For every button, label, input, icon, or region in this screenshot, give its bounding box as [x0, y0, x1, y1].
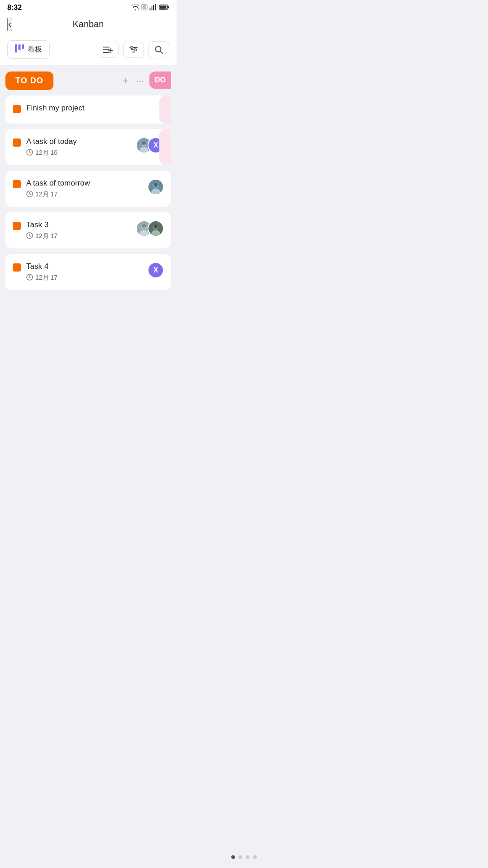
column-actions: + ···	[123, 75, 144, 87]
clock-icon	[26, 191, 33, 199]
task-date: 12月 17	[26, 232, 130, 240]
task-card[interactable]: A task of tomorrow 12月 17	[5, 171, 171, 207]
add-list-button[interactable]	[97, 42, 119, 58]
board-area: TO DO + ··· DO Finish my project	[0, 65, 177, 323]
avatar	[148, 179, 164, 195]
task-card[interactable]: Task 3 12月 17	[5, 212, 171, 248]
svg-point-33	[142, 141, 146, 145]
signal-icon: ×	[149, 4, 158, 12]
task-info: Task 4 12月 17	[26, 262, 142, 282]
svg-line-29	[30, 153, 31, 153]
wifi-icon: ?	[131, 4, 139, 12]
svg-point-54	[154, 224, 158, 229]
back-button[interactable]: ‹	[7, 18, 12, 31]
svg-rect-5	[151, 6, 153, 10]
task-status-dot	[13, 105, 21, 113]
battery-icon	[159, 5, 169, 11]
svg-point-23	[131, 46, 133, 48]
column-header: TO DO + ··· DO	[5, 72, 171, 90]
task-title: Task 3	[26, 220, 130, 229]
svg-rect-7	[155, 4, 156, 10]
task-status-dot	[13, 263, 21, 272]
clock-icon	[26, 274, 33, 282]
svg-text:?: ?	[138, 7, 139, 10]
task-info: A task of today 12月 16	[26, 137, 130, 157]
task-title: Finish my project	[26, 104, 164, 113]
task-status-dot	[13, 222, 21, 230]
task-avatars	[148, 179, 164, 195]
status-icons: ? × ×	[131, 4, 169, 12]
clock-icon	[26, 232, 33, 240]
task-title: A task of tomorrow	[26, 179, 142, 188]
view-label: 看板	[28, 45, 42, 54]
pink-card-peek	[159, 95, 171, 124]
svg-point-46	[139, 230, 148, 237]
pink-badge: DO	[149, 72, 171, 89]
svg-point-32	[139, 147, 148, 153]
task-title: Task 4	[26, 262, 142, 271]
clock-icon	[26, 149, 33, 157]
filter-button[interactable]	[123, 42, 144, 58]
date-text: 12月 17	[35, 191, 57, 199]
svg-text:×: ×	[157, 5, 158, 8]
svg-rect-11	[160, 5, 167, 9]
svg-point-24	[134, 48, 137, 51]
task-avatars	[136, 220, 164, 237]
svg-point-40	[154, 183, 158, 187]
svg-line-43	[30, 236, 31, 237]
avatar	[148, 220, 164, 237]
svg-rect-10	[168, 6, 169, 8]
more-options-button[interactable]: ···	[136, 75, 144, 87]
task-card[interactable]: Task 4 12月 17 X	[5, 254, 171, 290]
svg-line-57	[30, 277, 31, 278]
date-text: 12月 17	[35, 274, 57, 282]
pink-card-peek	[159, 129, 171, 165]
task-date: 12月 17	[26, 274, 142, 282]
pink-column-peek: DO	[149, 72, 171, 89]
task-info: Task 3 12月 17	[26, 220, 130, 240]
date-text: 12月 17	[35, 232, 57, 240]
board-wrapper: TO DO + ··· DO Finish my project	[5, 72, 171, 296]
svg-rect-13	[19, 44, 21, 50]
toolbar: 看板	[0, 36, 177, 65]
kanban-icon	[15, 44, 24, 55]
avatar: X	[148, 262, 164, 278]
task-status-dot	[13, 180, 21, 188]
svg-point-39	[151, 189, 160, 195]
task-status-dot	[13, 138, 21, 147]
task-card[interactable]: Finish my project	[5, 95, 171, 124]
svg-line-26	[160, 51, 163, 53]
task-title: A task of today	[26, 137, 130, 146]
svg-rect-4	[149, 8, 151, 10]
view-toggle-button[interactable]: 看板	[7, 40, 50, 59]
task-info: Finish my project	[26, 104, 164, 115]
page-title: Kanban	[73, 19, 104, 29]
add-task-button[interactable]: +	[123, 75, 129, 87]
svg-point-53	[151, 230, 160, 237]
svg-rect-12	[15, 44, 17, 52]
task-date: 12月 17	[26, 191, 142, 199]
task-date: 12月 16	[26, 149, 130, 157]
svg-text:×: ×	[144, 6, 146, 10]
task-avatars: X	[148, 262, 164, 278]
page-dots	[0, 848, 177, 868]
status-bar: 8:32 ? × ×	[0, 0, 177, 14]
search-button[interactable]	[148, 41, 169, 58]
svg-line-36	[30, 194, 31, 195]
header: ‹ Kanban	[0, 14, 177, 36]
svg-point-47	[142, 224, 146, 229]
task-info: A task of tomorrow 12月 17	[26, 179, 142, 199]
status-time: 8:32	[7, 4, 22, 12]
todo-badge: TO DO	[5, 72, 53, 90]
svg-rect-6	[153, 5, 154, 10]
sim-icon: ×	[141, 4, 148, 12]
date-text: 12月 16	[35, 149, 57, 157]
task-card[interactable]: A task of today 12月 16	[5, 129, 171, 165]
svg-rect-14	[22, 44, 24, 49]
